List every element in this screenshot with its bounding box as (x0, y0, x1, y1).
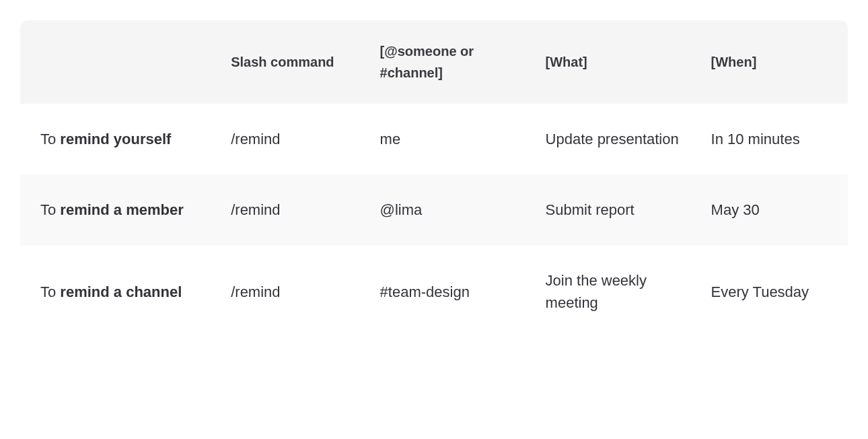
cell-command: /remind (219, 174, 367, 245)
desc-prefix: To (40, 283, 60, 300)
cell-command: /remind (219, 104, 367, 174)
table-header-row: Slash command [@someone or #channel] [Wh… (20, 20, 848, 104)
cell-when: May 30 (699, 174, 848, 245)
table-row: To remind yourself /remind me Update pre… (20, 104, 848, 174)
header-target: [@someone or #channel] (368, 20, 534, 104)
cell-target: #team-design (368, 245, 534, 338)
desc-prefix: To (40, 201, 60, 218)
desc-bold: remind yourself (60, 131, 171, 147)
header-empty (20, 20, 219, 104)
header-slash-command: Slash command (219, 20, 367, 104)
remind-examples-table: Slash command [@someone or #channel] [Wh… (20, 20, 848, 338)
cell-description: To remind a channel (20, 245, 219, 338)
table-row: To remind a channel /remind #team-design… (20, 245, 848, 338)
desc-prefix: To (40, 131, 60, 147)
cell-when: Every Tuesday (699, 245, 848, 338)
cell-when: In 10 minutes (699, 104, 848, 174)
cell-command: /remind (219, 245, 367, 338)
cell-description: To remind yourself (20, 104, 219, 174)
cell-what: Update presentation (534, 104, 699, 174)
cell-target: me (368, 104, 534, 174)
cell-target: @lima (368, 174, 534, 245)
desc-bold: remind a member (60, 201, 183, 218)
header-when: [When] (699, 20, 848, 104)
header-what: [What] (534, 20, 699, 104)
table-row: To remind a member /remind @lima Submit … (20, 174, 848, 245)
cell-what: Join the weekly meeting (534, 245, 699, 338)
desc-bold: remind a channel (60, 283, 182, 300)
cell-what: Submit report (534, 174, 699, 245)
cell-description: To remind a member (20, 174, 219, 245)
